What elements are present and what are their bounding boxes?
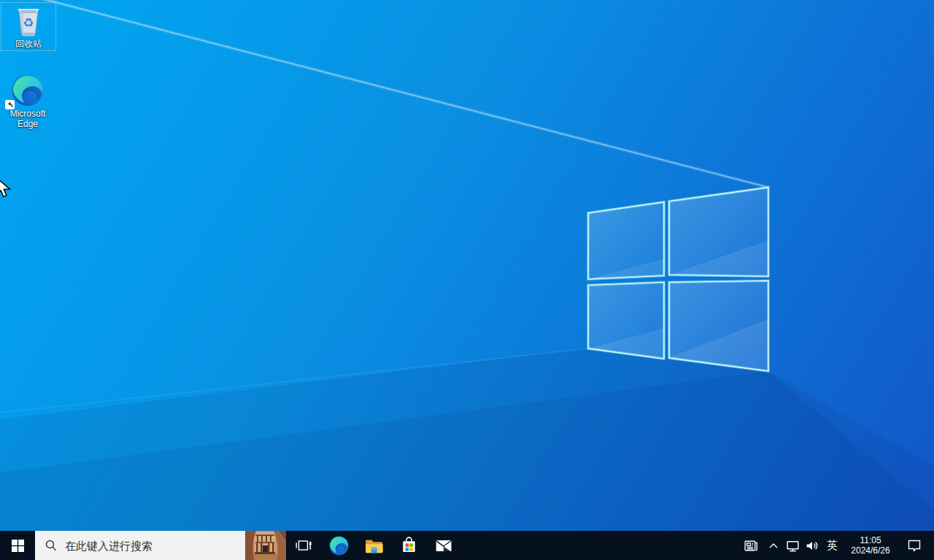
mail-icon [433,534,455,556]
network-tray-button[interactable] [783,531,803,560]
action-center-icon [906,537,922,553]
ime-language-indicator[interactable]: 英 [822,531,842,560]
clock-time: 11:05 [842,535,899,545]
search-icon [45,539,58,552]
clock-date: 2024/6/26 [842,545,899,556]
recycle-bin-label: 回收站 [1,39,55,49]
task-view-icon [295,537,312,554]
taskbar-clock[interactable]: 11:05 2024/6/26 [842,531,899,560]
wallpaper-windows-logo [588,187,768,371]
edge-icon [328,535,350,556]
file-explorer-icon [363,535,385,556]
volume-tray-button[interactable] [803,531,822,560]
microsoft-store-button[interactable] [391,531,426,560]
wallpaper [0,0,934,560]
search-highlight-petra-image[interactable] [245,531,286,560]
system-tray: 英 11:05 2024/6/26 [738,531,934,560]
edge-desktop-icon [1,73,55,108]
file-explorer-button[interactable] [356,531,391,560]
wired-network-icon [785,538,800,553]
svg-text:♻: ♻ [23,15,34,30]
news-tray-button[interactable] [738,531,764,560]
action-center-button[interactable] [899,531,930,560]
chevron-up-icon [768,542,779,549]
taskbar-empty-area [461,531,738,560]
taskbar-search-box[interactable] [35,531,286,560]
show-hidden-icons-button[interactable] [764,531,783,560]
shortcut-arrow-icon [5,100,15,109]
news-icon [743,537,760,554]
search-input[interactable] [63,539,245,553]
windows-logo-icon [12,540,24,552]
start-button[interactable] [0,531,35,560]
taskbar: 英 11:05 2024/6/26 [0,531,934,560]
mail-button[interactable] [426,531,461,560]
microsoft-store-icon [398,535,420,556]
edge-desktop-label: Microsoft Edge [1,109,55,130]
desktop-icon-recycle-bin[interactable]: ♻ 回收站 [1,2,56,51]
task-view-button[interactable] [286,531,321,560]
recycle-bin-icon: ♻ [1,4,55,38]
volume-icon [805,538,820,553]
edge-taskbar-button[interactable] [321,531,356,560]
desktop-icon-microsoft-edge[interactable]: Microsoft Edge [1,71,55,131]
